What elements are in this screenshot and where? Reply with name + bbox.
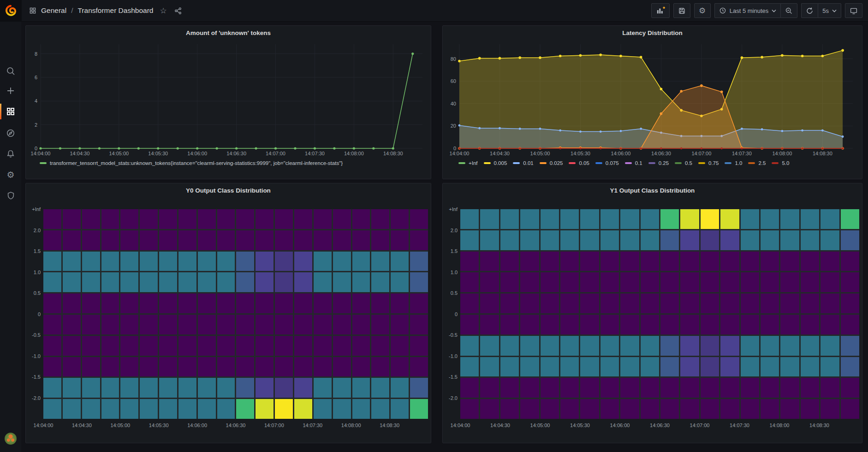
heatmap-cell[interactable] (460, 209, 479, 229)
cycle-view-mode-button[interactable] (845, 3, 862, 18)
heatmap-cell[interactable] (198, 315, 216, 335)
heatmap-cell[interactable] (620, 336, 639, 356)
data-point[interactable] (216, 147, 218, 149)
heatmap-cell[interactable] (580, 315, 599, 335)
heatmap-cell[interactable] (761, 230, 779, 250)
heatmap-cell[interactable] (120, 378, 138, 398)
heatmap-cell[interactable] (352, 209, 370, 229)
heatmap-cell[interactable] (333, 357, 351, 377)
heatmap-cell[interactable] (541, 252, 559, 271)
y1-heatmap[interactable]: +Inf2.01.51.00.50-0.5-1.0-1.5-2.0 14:04:… (446, 197, 859, 439)
heatmap-cell[interactable] (82, 315, 100, 335)
data-point[interactable] (720, 147, 722, 149)
heatmap-cell[interactable] (217, 378, 235, 398)
data-point[interactable] (392, 147, 394, 149)
heatmap-cell[interactable] (333, 294, 351, 313)
legend-item[interactable]: 0.075 (595, 160, 619, 166)
heatmap-cell[interactable] (580, 209, 599, 229)
heatmap-cell[interactable] (480, 336, 499, 356)
heatmap-cell[interactable] (410, 252, 428, 271)
heatmap-cell[interactable] (256, 315, 273, 335)
data-point[interactable] (599, 53, 602, 56)
heatmap-cell[interactable] (780, 252, 799, 271)
heatmap-cell[interactable] (520, 336, 539, 356)
heatmap-cell[interactable] (720, 315, 739, 335)
heatmap-cell[interactable] (63, 315, 81, 335)
heatmap-cell[interactable] (120, 294, 138, 313)
data-point[interactable] (579, 147, 581, 149)
heatmap-cell[interactable] (701, 294, 719, 313)
data-point[interactable] (801, 147, 803, 149)
heatmap-cell[interactable] (391, 230, 409, 250)
heatmap-cell[interactable] (541, 294, 559, 313)
heatmap-cell[interactable] (256, 336, 273, 356)
heatmap-cell[interactable] (333, 336, 351, 356)
heatmap-cell[interactable] (660, 378, 679, 398)
heatmap-cell[interactable] (82, 252, 100, 271)
heatmap-cell[interactable] (841, 272, 859, 292)
heatmap-cell[interactable] (391, 272, 409, 292)
heatmap-cell[interactable] (217, 272, 235, 292)
heatmap-cell[interactable] (43, 336, 61, 356)
heatmap-cell[interactable] (841, 252, 859, 271)
heatmap-cell[interactable] (391, 294, 409, 313)
sidebar-item-server-admin[interactable] (0, 187, 21, 204)
heatmap-cell[interactable] (217, 209, 235, 229)
heatmap-cell[interactable] (314, 209, 332, 229)
heatmap-cell[interactable] (314, 230, 332, 250)
heatmap-cell[interactable] (820, 378, 839, 398)
heatmap-cell[interactable] (391, 336, 409, 356)
data-point[interactable] (333, 147, 335, 149)
heatmap-cell[interactable] (460, 294, 479, 313)
heatmap-cell[interactable] (761, 272, 779, 292)
heatmap-cell[interactable] (256, 378, 273, 398)
heatmap-cell[interactable] (701, 230, 719, 250)
data-point[interactable] (479, 147, 481, 149)
data-point[interactable] (98, 147, 101, 149)
data-point[interactable] (741, 147, 743, 149)
heatmap-cell[interactable] (256, 252, 273, 271)
heatmap-cell[interactable] (641, 378, 659, 398)
heatmap-cell[interactable] (620, 209, 639, 229)
heatmap-cell[interactable] (701, 357, 719, 377)
data-point[interactable] (660, 112, 663, 115)
heatmap-cell[interactable] (43, 272, 61, 292)
data-point[interactable] (519, 128, 521, 130)
heatmap-cell[interactable] (101, 230, 119, 250)
legend-item[interactable]: 0.025 (540, 160, 563, 166)
heatmap-cell[interactable] (780, 357, 799, 377)
heatmap-cell[interactable] (43, 399, 61, 419)
y0-heatmap[interactable]: +Inf2.01.51.00.50-0.5-1.0-1.5-2.0 14:04:… (30, 197, 428, 439)
heatmap-cell[interactable] (780, 336, 799, 356)
heatmap-cell[interactable] (43, 315, 61, 335)
heatmap-cell[interactable] (63, 336, 81, 356)
heatmap-cell[interactable] (391, 378, 409, 398)
heatmap-cell[interactable] (371, 378, 389, 398)
heatmap-cell[interactable] (600, 336, 619, 356)
heatmap-cell[interactable] (275, 315, 293, 335)
share-icon[interactable] (174, 7, 182, 15)
legend-item[interactable]: 0.1 (625, 160, 642, 166)
heatmap-cell[interactable] (314, 378, 332, 398)
heatmap-cell[interactable] (294, 294, 312, 313)
heatmap-cell[interactable] (500, 378, 519, 398)
heatmap-cell[interactable] (82, 399, 100, 419)
latency-distribution-chart[interactable]: 02040608014:04:0014:04:3014:05:0014:05:3… (446, 41, 859, 158)
data-point[interactable] (579, 54, 582, 57)
heatmap-cell[interactable] (198, 357, 216, 377)
data-point[interactable] (781, 130, 783, 132)
data-point[interactable] (539, 128, 541, 130)
heatmap-cell[interactable] (198, 209, 216, 229)
heatmap-cell[interactable] (120, 252, 138, 271)
heatmap-cell[interactable] (741, 378, 759, 398)
heatmap-cell[interactable] (641, 315, 659, 335)
data-point[interactable] (294, 147, 296, 149)
heatmap-cell[interactable] (275, 378, 293, 398)
heatmap-cell[interactable] (236, 252, 254, 271)
heatmap-cell[interactable] (217, 230, 235, 250)
heatmap-cell[interactable] (256, 357, 273, 377)
data-point[interactable] (620, 147, 622, 149)
heatmap-cell[interactable] (560, 252, 579, 271)
heatmap-cell[interactable] (140, 272, 158, 292)
heatmap-cell[interactable] (620, 315, 639, 335)
